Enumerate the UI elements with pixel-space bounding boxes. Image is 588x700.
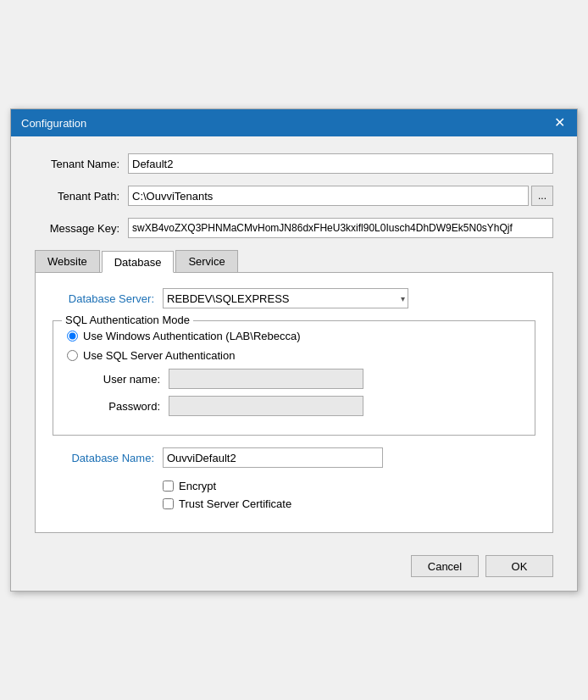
encrypt-row: Encrypt xyxy=(163,480,535,492)
encrypt-label[interactable]: Encrypt xyxy=(179,480,216,492)
db-server-select[interactable]: REBDEV\SQLEXPRESS xyxy=(163,288,408,308)
db-name-row: Database Name: xyxy=(53,447,535,468)
tab-service[interactable]: Service xyxy=(175,250,237,272)
encrypt-checkbox[interactable] xyxy=(163,481,174,492)
dialog-footer: Cancel OK xyxy=(11,547,577,591)
tenant-path-row: Tenant Path: ... xyxy=(35,186,553,206)
db-server-select-wrapper: REBDEV\SQLEXPRESS ▾ xyxy=(163,288,408,308)
password-row: Password: xyxy=(67,396,521,416)
db-server-row: Database Server: REBDEV\SQLEXPRESS ▾ xyxy=(53,288,535,308)
auth-fields: User name: Password: xyxy=(67,369,521,416)
tenant-name-label: Tenant Name: xyxy=(35,158,128,170)
radio-windows-row: Use Windows Authentication (LAB\Rebecca) xyxy=(67,330,521,342)
radio-sql-label[interactable]: Use SQL Server Authentication xyxy=(83,349,235,362)
trust-cert-checkbox[interactable] xyxy=(163,498,174,509)
db-server-label: Database Server: xyxy=(53,292,163,305)
tenant-name-input[interactable] xyxy=(128,153,553,174)
database-tab-content: Database Server: REBDEV\SQLEXPRESS ▾ SQL… xyxy=(35,272,553,533)
radio-windows[interactable] xyxy=(67,331,78,342)
password-input[interactable] xyxy=(169,396,363,416)
auth-group: SQL Authentication Mode Use Windows Auth… xyxy=(53,320,535,436)
tabs-row: Website Database Service xyxy=(35,250,553,272)
tab-website[interactable]: Website xyxy=(35,250,100,272)
auth-group-legend: SQL Authentication Mode xyxy=(62,314,193,326)
cancel-button[interactable]: Cancel xyxy=(411,555,479,577)
tenant-path-input[interactable] xyxy=(128,186,529,206)
db-name-input[interactable] xyxy=(163,447,383,468)
username-input[interactable] xyxy=(169,369,363,389)
ok-button[interactable]: OK xyxy=(485,555,553,577)
radio-windows-label[interactable]: Use Windows Authentication (LAB\Rebecca) xyxy=(83,330,301,342)
dialog-title: Configuration xyxy=(21,117,86,130)
browse-button[interactable]: ... xyxy=(531,186,553,206)
message-key-row: Message Key: xyxy=(35,218,553,238)
trust-cert-row: Trust Server Certificate xyxy=(163,497,535,510)
title-bar: Configuration ✕ xyxy=(11,109,577,136)
tabs-container: Website Database Service Database Server… xyxy=(35,250,553,533)
message-key-input[interactable] xyxy=(128,218,553,238)
trust-cert-label[interactable]: Trust Server Certificate xyxy=(179,497,291,510)
username-label: User name: xyxy=(67,373,169,386)
message-key-label: Message Key: xyxy=(35,222,128,235)
close-button[interactable]: ✕ xyxy=(552,116,567,130)
db-name-label: Database Name: xyxy=(53,452,163,464)
tenant-path-label: Tenant Path: xyxy=(35,190,128,203)
username-row: User name: xyxy=(67,369,521,389)
dialog-body: Tenant Name: Tenant Path: ... Message Ke… xyxy=(11,136,577,547)
configuration-dialog: Configuration ✕ Tenant Name: Tenant Path… xyxy=(10,108,578,592)
radio-sql-row: Use SQL Server Authentication xyxy=(67,349,521,362)
tab-database[interactable]: Database xyxy=(102,251,175,273)
password-label: Password: xyxy=(67,400,169,413)
tenant-name-row: Tenant Name: xyxy=(35,153,553,174)
radio-sql[interactable] xyxy=(67,350,78,361)
